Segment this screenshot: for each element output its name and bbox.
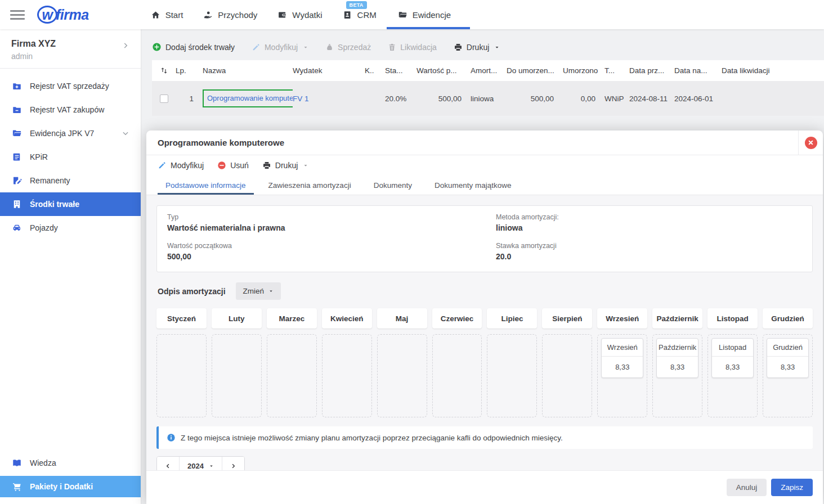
dropzone-wrzesien[interactable]: Wrzesień 8,33 (597, 334, 647, 417)
asset-details-modal: Oprogramowanie komputerowe Modyfikuj Usu… (146, 130, 823, 504)
document-pencil-icon (11, 176, 22, 186)
chevron-left-icon (165, 463, 171, 469)
sidebar-item-pojazdy[interactable]: Pojazdy (0, 216, 141, 240)
col-t[interactable]: T... (604, 66, 629, 75)
folder-open-icon (11, 128, 22, 138)
dropzone-kwiecien[interactable] (322, 334, 372, 417)
modal-print-button[interactable]: Drukuj (262, 161, 308, 170)
modal-delete-button[interactable]: Usuń (217, 161, 249, 170)
col-nazwa[interactable]: Nazwa (203, 66, 293, 75)
sidebar-item-label: Środki trwałe (30, 200, 79, 209)
col-umorzono[interactable]: Umorzono (563, 66, 604, 75)
close-icon[interactable] (805, 137, 817, 149)
card-month: Październik (657, 339, 698, 357)
change-plan-button[interactable]: Zmień (236, 282, 281, 300)
dropzone-marzec[interactable] (267, 334, 317, 417)
sidebar-item-pakiety-i-dodatki[interactable]: Pakiety i Dodatki (0, 476, 141, 497)
nav-item-przychody[interactable]: Przychody (193, 0, 267, 29)
company-switcher[interactable]: Firma XYZ admin (0, 29, 141, 69)
field-label: Wartość początkowa (167, 242, 473, 250)
sort-icon[interactable] (152, 66, 176, 75)
tab-dokumenty[interactable]: Dokumenty (366, 176, 420, 195)
nav-label: CRM (357, 10, 377, 20)
tab-dokumenty-majatkowe[interactable]: Dokumenty majątkowe (427, 176, 520, 195)
sell-button[interactable]: Sprzedaż (325, 43, 371, 52)
sidebar-item-rejestr-vat-sprzedazy[interactable]: Rejestr VAT sprzedaży (0, 74, 141, 98)
nav-label: Wydatki (292, 10, 322, 20)
cell-lp: 1 (176, 94, 203, 103)
ledger-book-icon (11, 152, 22, 162)
sidebar-item-label: Wiedza (30, 458, 56, 467)
printer-icon (262, 161, 271, 170)
sidebar-item-ewidencja-jpk[interactable]: Ewidencja JPK V7 (0, 122, 141, 145)
sell-label: Sprzedaż (338, 43, 371, 52)
next-year-button[interactable] (222, 457, 244, 470)
dropzone-styczen[interactable] (156, 334, 207, 417)
card-month: Grudzień (767, 339, 808, 357)
dropzone-lipiec[interactable] (487, 334, 537, 417)
asset-name-link[interactable]: Oprogramowanie komputerowe (203, 89, 293, 108)
add-asset-button[interactable]: Dodaj środek trwały (152, 42, 235, 52)
amortization-card[interactable]: Grudzień 8,33 (767, 338, 809, 378)
col-lp[interactable]: Lp. (176, 66, 203, 75)
nav-item-ewidencje[interactable]: Ewidencje (387, 0, 470, 29)
col-data-prz[interactable]: Data prz... (629, 66, 674, 75)
dropzone-listopad[interactable]: Listopad 8,33 (707, 334, 758, 417)
modal-body: Typ Wartość niematerialna i prawna Warto… (146, 195, 823, 470)
print-button[interactable]: Drukuj (454, 43, 500, 52)
tab-podstawowe-informacje[interactable]: Podstawowe informacje (158, 176, 254, 195)
nav-item-start[interactable]: Start (141, 0, 194, 29)
col-data-likwidacji[interactable]: Data likwidacji (722, 66, 824, 75)
tab-zawieszenia-amortyzacji[interactable]: Zawieszenia amortyzacji (261, 176, 359, 195)
col-data-na[interactable]: Data na... (674, 66, 722, 75)
expense-link[interactable]: FV 1 (293, 94, 309, 103)
nav-item-crm[interactable]: BETA CRM (333, 0, 387, 29)
row-checkbox[interactable] (160, 94, 168, 103)
field-value: 20.0 (496, 252, 802, 261)
col-amort[interactable]: Amort... (471, 66, 507, 75)
app-logo[interactable]: wfirma (37, 6, 89, 24)
chevron-down-icon[interactable] (122, 129, 129, 137)
save-button[interactable]: Zapisz (771, 479, 813, 496)
liquidate-label: Likwidacja (400, 43, 437, 52)
liquidate-button[interactable]: Likwidacja (388, 43, 437, 52)
modify-label: Modyfikuj (265, 43, 298, 52)
sidebar-item-wiedza[interactable]: Wiedza (0, 451, 141, 475)
amortization-card[interactable]: Listopad 8,33 (711, 338, 754, 378)
sidebar-item-label: Rejestr VAT sprzedaży (30, 82, 109, 91)
dropzone-sierpien[interactable] (542, 334, 592, 417)
modal-modify-button[interactable]: Modyfikuj (158, 161, 204, 170)
moneybag-icon (325, 43, 334, 52)
amortization-card[interactable]: Październik 8,33 (656, 338, 698, 378)
col-wydatek[interactable]: Wydatek (293, 66, 365, 75)
modal-header: Oprogramowanie komputerowe (146, 130, 823, 155)
modal-modify-label: Modyfikuj (171, 161, 204, 170)
dropzone-luty[interactable] (212, 334, 262, 417)
logo-w-mark: w (37, 6, 57, 24)
year-value: 2024 (187, 462, 204, 470)
nav-item-wydatki[interactable]: Wydatki (267, 0, 332, 29)
chevron-right-icon (122, 42, 129, 50)
sidebar-item-kpir[interactable]: KPiR (0, 145, 141, 169)
cell-wartosc: 500,00 (417, 94, 471, 103)
income-icon (203, 10, 213, 20)
hamburger-menu-icon[interactable] (10, 10, 25, 20)
modify-button[interactable]: Modyfikuj (252, 43, 308, 52)
dropzone-grudzien[interactable]: Grudzień 8,33 (763, 334, 813, 417)
col-k[interactable]: K.. (365, 66, 385, 75)
year-select[interactable]: 2024 (179, 457, 222, 470)
prev-year-button[interactable] (157, 457, 179, 470)
dropzone-maj[interactable] (377, 334, 427, 417)
sidebar-item-rejestr-vat-zakupow[interactable]: Rejestr VAT zakupów (0, 98, 141, 122)
cancel-button[interactable]: Anuluj (727, 479, 767, 496)
dropzone-pazdziernik[interactable]: Październik 8,33 (652, 334, 702, 417)
sidebar-item-remanenty[interactable]: Remanenty (0, 169, 141, 192)
sidebar-item-srodki-trwale[interactable]: Środki trwałe (0, 192, 141, 216)
assets-table-header: Lp. Nazwa Wydatek K.. Sta... Wartość p..… (152, 60, 824, 81)
col-sta[interactable]: Sta... (385, 66, 417, 75)
col-do-umorzenia[interactable]: Do umorzen... (507, 66, 563, 75)
col-wartosc[interactable]: Wartość p... (417, 66, 471, 75)
month-header-pazdziernik: Październik (652, 308, 702, 328)
dropzone-czerwiec[interactable] (432, 334, 482, 417)
amortization-card[interactable]: Wrzesień 8,33 (601, 338, 643, 378)
